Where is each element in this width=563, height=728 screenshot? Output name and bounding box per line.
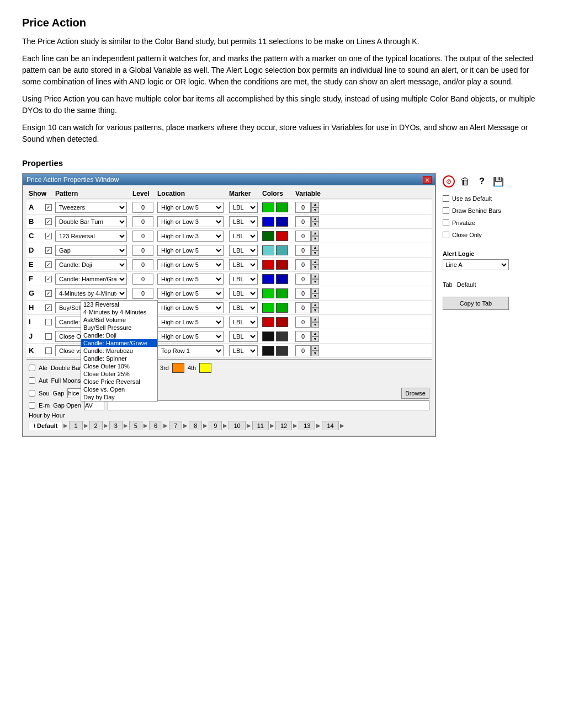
dropdown-item[interactable]: Close Outer 10%: [81, 362, 157, 370]
row-f-checkbox[interactable]: [45, 276, 52, 282]
row-c-var-input[interactable]: [295, 231, 311, 242]
privatize-checkbox[interactable]: [443, 220, 449, 226]
row-d-color1[interactable]: [262, 245, 274, 255]
tab-12[interactable]: 12: [275, 421, 292, 430]
row-j-color2[interactable]: [276, 331, 288, 341]
row-b-level[interactable]: [132, 216, 153, 227]
row-f-level[interactable]: [132, 274, 153, 285]
row-g-up[interactable]: ▲: [311, 288, 319, 293]
row-g-checkbox[interactable]: [45, 290, 52, 297]
dropdown-item[interactable]: Candle: Marubozu: [81, 347, 157, 355]
row-j-var-input[interactable]: [295, 331, 311, 342]
row-k-up[interactable]: ▲: [311, 345, 319, 351]
row-a-checkbox[interactable]: [45, 204, 52, 211]
tab-7[interactable]: 7: [169, 421, 182, 430]
row-i-var-input[interactable]: [295, 317, 311, 328]
row-c-spinner[interactable]: ▲ ▼: [311, 231, 319, 242]
row-g-down[interactable]: ▼: [311, 293, 319, 299]
row-d-checkbox[interactable]: [45, 247, 52, 254]
row-a-location[interactable]: High or Low 5: [157, 202, 224, 213]
em-checkbox[interactable]: [29, 402, 35, 409]
row-b-location[interactable]: High or Low 3: [157, 216, 224, 227]
row-g-level[interactable]: [132, 288, 153, 299]
row-b-color2[interactable]: [276, 217, 288, 227]
help-icon[interactable]: ?: [476, 175, 488, 188]
row-c-down[interactable]: ▼: [311, 236, 319, 242]
row-k-color1[interactable]: [262, 346, 274, 356]
copy-to-tab-button[interactable]: Copy to Tab: [443, 297, 509, 310]
row-g-color1[interactable]: [262, 288, 274, 298]
row-b-color1[interactable]: [262, 217, 274, 227]
row-k-checkbox[interactable]: [45, 347, 52, 354]
row-a-var-input[interactable]: [295, 202, 311, 213]
row-f-color2[interactable]: [276, 274, 288, 284]
row-b-spinner[interactable]: ▲ ▼: [311, 216, 319, 227]
use-default-checkbox[interactable]: [443, 195, 449, 202]
row-a-color1[interactable]: [262, 202, 274, 212]
row-b-up[interactable]: ▲: [311, 216, 319, 222]
dropdown-item[interactable]: Close vs. Open: [81, 386, 157, 393]
row-b-pattern[interactable]: Double Bar Turn: [55, 216, 127, 227]
row-k-location[interactable]: Top Row 1: [157, 345, 224, 356]
row-c-up[interactable]: ▲: [311, 231, 319, 236]
trash-icon[interactable]: 🗑: [459, 175, 471, 188]
close-button[interactable]: ✕: [423, 176, 432, 184]
row-c-checkbox[interactable]: [45, 233, 52, 239]
dropdown-item[interactable]: 4-Minutes by 4-Minutes: [81, 308, 157, 316]
no-icon[interactable]: ⊘: [443, 175, 455, 188]
row-h-color2[interactable]: [276, 303, 288, 313]
row-k-var-input[interactable]: [295, 345, 311, 356]
row-a-down[interactable]: ▼: [311, 207, 319, 213]
row-e-color2[interactable]: [276, 260, 288, 270]
aut-checkbox[interactable]: [29, 377, 35, 384]
dropdown-item[interactable]: Ask/Bid Volume: [81, 316, 157, 324]
row-f-location[interactable]: High or Low 5: [157, 274, 224, 285]
row-e-location[interactable]: High or Low 5: [157, 259, 224, 270]
row-h-down[interactable]: ▼: [311, 308, 319, 313]
row-f-up[interactable]: ▲: [311, 274, 319, 279]
row-c-marker[interactable]: LBL: [229, 231, 258, 242]
row-h-color1[interactable]: [262, 303, 274, 313]
row-d-pattern[interactable]: Gap: [55, 245, 127, 256]
row-i-up[interactable]: ▲: [311, 317, 319, 322]
row-d-level[interactable]: [132, 245, 153, 256]
row-e-pattern[interactable]: Candle: Doji: [55, 259, 127, 270]
tab-5[interactable]: 5: [129, 421, 142, 430]
third-color[interactable]: [172, 363, 184, 373]
row-a-color2[interactable]: [276, 202, 288, 212]
em-wide-input[interactable]: [108, 400, 429, 410]
dropdown-item-selected[interactable]: Candle: Hammer/Grave: [81, 339, 157, 347]
row-d-down[interactable]: ▼: [311, 250, 319, 256]
row-j-location[interactable]: High or Low 5: [157, 331, 224, 342]
dropdown-item[interactable]: Close Price Reversal: [81, 378, 157, 386]
tab-9[interactable]: 9: [209, 421, 222, 430]
fourth-color[interactable]: [199, 363, 211, 373]
row-e-level[interactable]: [132, 259, 153, 270]
row-k-down[interactable]: ▼: [311, 351, 319, 356]
row-g-var-input[interactable]: [295, 288, 311, 299]
close-only-checkbox[interactable]: [443, 232, 449, 238]
row-d-color2[interactable]: [276, 245, 288, 255]
row-g-spinner[interactable]: ▲ ▼: [311, 288, 319, 299]
row-a-up[interactable]: ▲: [311, 202, 319, 207]
row-j-checkbox[interactable]: [45, 333, 52, 340]
tab-2[interactable]: 2: [89, 421, 103, 430]
tab-11[interactable]: 11: [252, 421, 269, 430]
row-d-up[interactable]: ▲: [311, 245, 319, 250]
pattern-dropdown-list[interactable]: 123 Reversal 4-Minutes by 4-Minutes Ask/…: [81, 300, 158, 402]
row-g-location[interactable]: High or Low 5: [157, 288, 224, 299]
row-i-color2[interactable]: [276, 317, 288, 327]
alert-logic-select[interactable]: Line A Line B Line C: [443, 259, 509, 270]
row-c-color1[interactable]: [262, 231, 274, 241]
row-e-checkbox[interactable]: [45, 261, 52, 268]
save-icon[interactable]: 💾: [492, 175, 504, 188]
row-i-marker[interactable]: LBL: [229, 317, 258, 328]
row-k-marker[interactable]: LBL: [229, 345, 258, 356]
row-e-marker[interactable]: LBL: [229, 259, 258, 270]
row-g-pattern[interactable]: 4-Minutes by 4-Minutes: [55, 288, 127, 299]
row-e-var-input[interactable]: [295, 259, 311, 270]
dropdown-item[interactable]: Candle: Doji: [81, 331, 157, 339]
row-h-checkbox[interactable]: [45, 304, 52, 311]
row-d-var-input[interactable]: [295, 245, 311, 256]
row-j-up[interactable]: ▲: [311, 331, 319, 336]
